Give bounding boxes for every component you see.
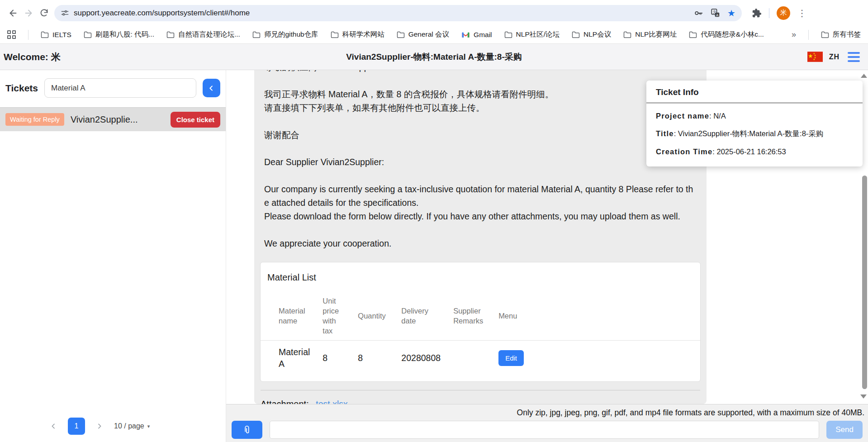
- prev-page-icon[interactable]: [50, 423, 57, 430]
- message-line: Please download the form below directly.…: [264, 209, 697, 223]
- url-text[interactable]: support.yeacreate.com/supportsystem/clie…: [74, 9, 693, 18]
- send-button[interactable]: Send: [826, 421, 863, 439]
- ticket-list-item[interactable]: Waiting for Reply Vivian2Supplie... Clos…: [0, 107, 226, 131]
- browser-toolbar: support.yeacreate.com/supportsystem/clie…: [0, 0, 868, 26]
- folder-icon: [331, 31, 339, 38]
- material-list-card: Material List Material name Unit price w…: [260, 262, 701, 382]
- hamburger-menu-icon[interactable]: [846, 50, 862, 64]
- folder-icon: [504, 31, 512, 38]
- scroll-down-icon[interactable]: [860, 394, 867, 399]
- message-line: 尊敬的供应商 Vivian2Supplier:: [264, 70, 697, 74]
- svg-text:A: A: [716, 13, 718, 17]
- page-title: Vivian2Supplier-物料:Material A-数量:8-采购: [0, 51, 868, 63]
- bookmark-code-notes[interactable]: 代码随想录&小林c...: [689, 30, 764, 39]
- language-flag-icon[interactable]: ★★★★★: [807, 52, 823, 62]
- col-header-supplier-remarks: Supplier Remarks: [453, 296, 498, 341]
- svg-text:★: ★: [808, 53, 813, 59]
- material-list-title: Material List: [267, 271, 700, 284]
- bookmarks-divider: [808, 30, 809, 40]
- back-icon[interactable]: [5, 5, 21, 21]
- ticket-info-row: Project name: N/A: [646, 103, 863, 120]
- refresh-icon[interactable]: [36, 5, 52, 21]
- folder-icon: [166, 31, 175, 38]
- ticket-info-title: Ticket Info: [646, 81, 863, 103]
- bookmark-ielts[interactable]: IELTS: [41, 31, 71, 39]
- bookmark-nlp-forum[interactable]: 自然语言处理论坛...: [166, 30, 240, 39]
- edit-button[interactable]: Edit: [498, 350, 524, 366]
- bookmark-star-icon[interactable]: ★: [727, 9, 735, 18]
- gmail-icon: [461, 31, 470, 38]
- folder-icon: [572, 31, 580, 38]
- ticket-search-input[interactable]: [44, 78, 196, 98]
- chevron-left-icon: [208, 85, 215, 92]
- upload-notice: Only zip, jpg, jpeg, png, gif, pdf, and …: [226, 404, 868, 418]
- page-size-select[interactable]: 10 / page ▾: [114, 422, 150, 430]
- extensions-icon[interactable]: [752, 8, 762, 18]
- folder-icon: [689, 31, 697, 38]
- bookmarks-divider: [28, 30, 28, 40]
- folder-icon: [623, 31, 631, 38]
- folder-icon: [84, 31, 92, 38]
- bookmark-nlp-conferences[interactable]: NLP会议: [572, 30, 611, 39]
- translate-icon[interactable]: 文A: [711, 8, 720, 18]
- ticket-info-row: Creation Time: 2025-06-21 16:26:53: [646, 139, 863, 166]
- cell-supplier-remarks: [453, 341, 498, 375]
- bookmark-academic-sites[interactable]: 科研学术网站: [331, 30, 384, 39]
- apps-grid-icon[interactable]: [7, 30, 16, 39]
- folder-icon: [821, 31, 829, 38]
- language-code[interactable]: ZH: [829, 53, 840, 61]
- scrollbar-thumb[interactable]: [862, 176, 867, 389]
- chrome-menu-icon[interactable]: ⋮: [797, 9, 806, 18]
- message-line: 我司正寻求物料 Material A，数量 8 的含税报价，具体规格请看附件明细…: [264, 87, 697, 101]
- bookmark-nlp-community[interactable]: NLP社区/论坛: [504, 30, 560, 39]
- pagination: 1 10 / page ▾: [50, 418, 150, 435]
- next-page-icon[interactable]: [96, 423, 103, 430]
- col-header-delivery-date: Delivery date: [401, 296, 453, 341]
- app-header: Welcome: 米 Vivian2Supplier-物料:Material A…: [0, 43, 868, 70]
- message-bubble: 尊敬的供应商 Vivian2Supplier: 我司正寻求物料 Material…: [254, 70, 707, 404]
- ticket-info-row: Title: Vivian2Supplier-物料:Material A-数量:…: [646, 120, 863, 139]
- status-badge: Waiting for Reply: [5, 113, 64, 126]
- attachment-link[interactable]: test.xlsx: [316, 399, 347, 404]
- bookmark-github-repo[interactable]: 师兄的github仓库: [252, 30, 318, 39]
- folder-icon: [252, 31, 261, 38]
- cell-quantity: 8: [358, 341, 401, 375]
- forward-icon[interactable]: [21, 5, 36, 21]
- folder-icon: [41, 31, 49, 38]
- cell-material-name: Material A: [261, 341, 323, 375]
- table-row: Material A 8 8 20280808 Edit: [261, 341, 700, 375]
- message-line: 请直接填下下列表单，如果有其他附件也可以直接上传。: [264, 101, 697, 114]
- address-bar[interactable]: support.yeacreate.com/supportsystem/clie…: [54, 5, 742, 21]
- composer: Only zip, jpg, jpeg, png, gif, pdf, and …: [226, 404, 868, 442]
- attachment-row: Attachment: test.xlsx: [261, 390, 700, 404]
- bookmark-gmail[interactable]: Gmail: [461, 31, 492, 39]
- bookmark-leetcode[interactable]: 刷题和八股: 代码...: [84, 30, 154, 39]
- col-header-material-name: Material name: [261, 296, 323, 341]
- bookmark-nlp-competitions[interactable]: NLP比赛网址: [623, 30, 677, 39]
- tickets-heading: Tickets: [5, 83, 38, 94]
- close-ticket-button[interactable]: Close ticket: [171, 112, 220, 128]
- message-line: Dear Supplier Vivian2Supplier:: [264, 155, 697, 169]
- conversation-area: 尊敬的供应商 Vivian2Supplier: 我司正寻求物料 Material…: [226, 70, 868, 404]
- message-line: Our company is currently seeking a tax-i…: [264, 182, 697, 209]
- all-bookmarks[interactable]: 所有书签: [821, 30, 861, 39]
- collapse-sidebar-button[interactable]: [203, 79, 220, 97]
- scroll-up-icon[interactable]: [861, 74, 867, 78]
- site-settings-icon[interactable]: [61, 9, 69, 17]
- svg-text:★: ★: [813, 58, 815, 61]
- bookmarks-bar: IELTS 刷题和八股: 代码... 自然语言处理论坛... 师兄的github…: [0, 26, 868, 43]
- toolbar-divider: [769, 8, 769, 18]
- attach-file-button[interactable]: [232, 421, 262, 439]
- col-header-quantity: Quantity: [358, 296, 401, 341]
- password-key-icon[interactable]: [693, 8, 703, 18]
- profile-avatar[interactable]: 米: [777, 6, 790, 20]
- page-number-button[interactable]: 1: [68, 418, 85, 435]
- message-input[interactable]: [270, 421, 819, 439]
- bookmarks-overflow-icon[interactable]: »: [792, 30, 796, 39]
- attachment-label: Attachment:: [261, 399, 309, 404]
- tickets-sidebar: Tickets Waiting for Reply Vivian2Supplie…: [0, 70, 226, 442]
- cell-delivery-date: 20280808: [401, 341, 453, 375]
- folder-icon: [397, 31, 405, 38]
- bookmark-general-meetings[interactable]: General 会议: [397, 30, 449, 39]
- paperclip-icon: [243, 425, 251, 434]
